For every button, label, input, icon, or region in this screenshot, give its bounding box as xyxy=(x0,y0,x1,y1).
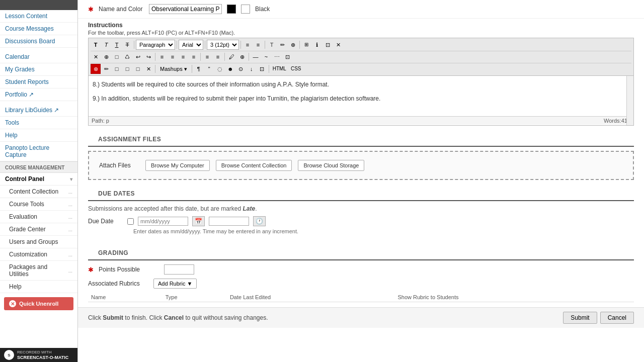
tb-align-left[interactable]: ≡ xyxy=(157,52,167,62)
tb-image[interactable]: □ xyxy=(112,64,122,74)
attach-files-label: Attach Files xyxy=(99,162,139,169)
tb-more[interactable]: ⋯ xyxy=(272,52,282,62)
due-date-time-input[interactable] xyxy=(209,217,249,226)
sidebar-course-tools[interactable]: Course Tools ... xyxy=(0,198,77,211)
tb-grid[interactable]: ⊡ xyxy=(257,64,267,74)
bottom-bar-instructions: Click Submit to finish. Click Cancel to … xyxy=(88,314,268,321)
editor-area[interactable]: 8.) Students will be required to cite so… xyxy=(88,75,634,126)
tb-ordered-list[interactable]: ≡ xyxy=(253,40,263,50)
points-input[interactable] xyxy=(164,264,194,275)
screencast-logo: S xyxy=(4,350,14,360)
tb-special-char[interactable]: ⊕ xyxy=(288,40,298,50)
sidebar-nav-help[interactable]: Help xyxy=(0,129,77,142)
sidebar-nav-calendar[interactable]: Calendar xyxy=(0,51,77,63)
tb-css-source[interactable]: CSS xyxy=(289,64,303,74)
sidebar-evaluation[interactable]: Evaluation ... xyxy=(0,211,77,223)
sidebar-nav-course-messages[interactable]: Course Messages xyxy=(0,23,77,35)
tb-paragraph-mark[interactable]: ¶ xyxy=(194,64,204,74)
sidebar-nav-student-reports[interactable]: Student Reports xyxy=(0,76,77,88)
sidebar-packages-utilities[interactable]: Packages and Utilities ... xyxy=(0,261,77,281)
sidebar-content-collection[interactable]: Content Collection ... xyxy=(0,186,77,198)
tb-quote[interactable]: " xyxy=(204,64,214,74)
tb-format-select[interactable]: Paragraph xyxy=(136,40,175,50)
tb-superscript[interactable]: ⊕ xyxy=(237,52,247,62)
editor-content[interactable]: 8.) Students will be required to cite so… xyxy=(89,76,633,116)
due-date-date-input[interactable] xyxy=(138,217,188,226)
sidebar-help2[interactable]: Help xyxy=(0,281,77,293)
browse-my-computer-button[interactable]: Browse My Computer xyxy=(145,160,210,171)
tb-subscript[interactable]: 🖊 xyxy=(226,52,236,62)
submit-button[interactable]: Submit xyxy=(563,312,597,324)
main-content: ✱ Name and Color Black Instructions For … xyxy=(78,0,644,362)
tb-table[interactable]: ⊡ xyxy=(282,52,292,62)
tb-align-right[interactable]: ≡ xyxy=(178,52,188,62)
sidebar-nav-tools[interactable]: Tools xyxy=(0,117,77,129)
sidebar-nav-library[interactable]: Library LibGuides ↗ xyxy=(0,104,77,117)
tb-strikethrough[interactable]: T xyxy=(122,40,132,50)
tb-fullscreen[interactable]: ⊞ xyxy=(301,40,311,50)
browse-cloud-storage-button[interactable]: Browse Cloud Storage xyxy=(298,160,364,171)
sidebar-users-groups[interactable]: Users and Groups xyxy=(0,236,77,248)
add-rubric-button[interactable]: Add Rubric ▼ xyxy=(153,279,197,289)
tb-outdent[interactable]: ≡ xyxy=(213,52,223,62)
grading-block: ✱ Points Possible Associated Rubrics Add… xyxy=(78,264,644,307)
tb-align-justify[interactable]: ≡ xyxy=(189,52,199,62)
tb-close[interactable]: ✕ xyxy=(333,40,343,50)
tb-copy[interactable]: ⊕ xyxy=(101,52,111,62)
customization-arrow: ... xyxy=(68,252,72,257)
sidebar: Lesson Content Course Messages Discussio… xyxy=(0,0,78,362)
tb-text-color[interactable]: T xyxy=(267,40,277,50)
sidebar-nav-portfolio[interactable]: Portfolio ↗ xyxy=(0,88,77,101)
tb-paste[interactable]: □ xyxy=(112,52,122,62)
tb-redo[interactable]: ↪ xyxy=(143,52,153,62)
due-date-checkbox[interactable] xyxy=(127,218,134,225)
tb-info[interactable]: ℹ xyxy=(312,40,322,50)
quick-unenroll-button[interactable]: ✕ Quick Unenroll xyxy=(4,297,73,310)
control-panel-item[interactable]: Control Panel ▾ xyxy=(0,173,77,186)
tb-stop[interactable]: ⊗ xyxy=(91,64,101,74)
color-swatch-white[interactable] xyxy=(241,5,250,14)
due-date-label: Due Date xyxy=(88,218,123,225)
tb-font-select[interactable]: Arial xyxy=(179,40,203,50)
tb-link[interactable]: ✏ xyxy=(101,64,111,74)
sidebar-nav-my-grades[interactable]: My Grades xyxy=(0,63,77,76)
tb-highlight[interactable]: ✏ xyxy=(277,40,287,50)
tb-html-source[interactable]: HTML xyxy=(271,64,288,74)
tb-smiley[interactable]: ☻ xyxy=(225,64,235,74)
calendar-icon-button[interactable]: 📅 xyxy=(192,216,205,226)
tb-bold[interactable]: T xyxy=(91,40,101,50)
tb-insert[interactable]: ↓ xyxy=(247,64,257,74)
tb-size-select[interactable]: 3 (12pt) xyxy=(207,40,239,50)
course-management-header: COURSE MANAGEMENT xyxy=(0,161,77,173)
tb-break[interactable]: ~ xyxy=(261,52,271,62)
sidebar-nav-discussions-board[interactable]: Discussions Board xyxy=(0,35,77,48)
tb-symbol[interactable]: ⊙ xyxy=(236,64,246,74)
tb-align-center[interactable]: ≡ xyxy=(168,52,178,62)
tb-unordered-list[interactable]: ≡ xyxy=(243,40,253,50)
tb-circle[interactable]: ◌ xyxy=(215,64,225,74)
color-swatch-black[interactable] xyxy=(227,5,236,14)
tb-cut[interactable]: ✕ xyxy=(91,52,101,62)
editor-scrollbar[interactable] xyxy=(626,76,633,125)
tb-underline[interactable]: T xyxy=(112,40,122,50)
cancel-button[interactable]: Cancel xyxy=(600,312,634,324)
tb-expand[interactable]: ⊡ xyxy=(323,40,333,50)
rubric-col-date: Date Last Edited xyxy=(227,293,395,302)
sidebar-nav-lesson-content[interactable]: Lesson Content xyxy=(0,10,77,23)
tb-hr[interactable]: — xyxy=(251,52,261,62)
tb-remove-format[interactable]: ✕ xyxy=(143,64,153,74)
clock-icon-button[interactable]: 🕐 xyxy=(253,216,266,226)
sidebar-grade-center[interactable]: Grade Center ... xyxy=(0,223,77,236)
tb-media[interactable]: □ xyxy=(122,64,132,74)
sidebar-customization[interactable]: Customization ... xyxy=(0,248,77,261)
name-input[interactable] xyxy=(149,4,222,14)
browse-content-collection-button[interactable]: Browse Content Collection xyxy=(216,160,292,171)
tb-indent[interactable]: ≡ xyxy=(202,52,212,62)
tb-sep3 xyxy=(205,41,205,49)
tb-mashups[interactable]: Mashups ▾ xyxy=(157,64,190,74)
sidebar-nav-panopto[interactable]: Panopto Lecture Capture xyxy=(0,142,77,161)
tb-italic[interactable]: T xyxy=(101,40,111,50)
tb-undo[interactable]: ↩ xyxy=(133,52,143,62)
tb-find[interactable]: ♺ xyxy=(122,52,132,62)
tb-flash[interactable]: □ xyxy=(133,64,143,74)
